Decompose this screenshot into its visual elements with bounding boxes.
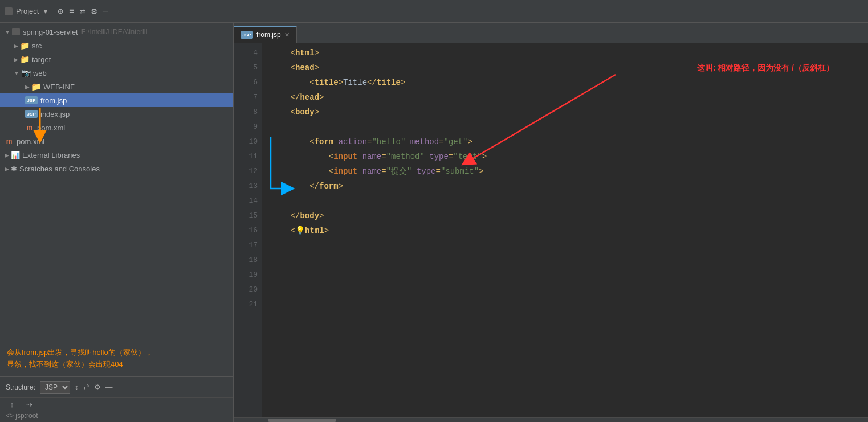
tree-area: ▼ spring-01-servlet E:\IntelliJ IDEA\Int…: [0, 23, 233, 341]
scratches-arrow: ▶: [5, 166, 9, 172]
settings-icon[interactable]: ⚙: [91, 6, 97, 17]
ext-libs-arrow: ▶: [5, 152, 9, 158]
target-label: target: [32, 55, 51, 64]
annotation-text: 会从from.jsp出发，寻找叫hello的（家伙）， 显然，找不到这（家伙）会…: [7, 347, 226, 371]
webinf-arrow: ▶: [25, 84, 30, 90]
tree-root[interactable]: ▼ spring-01-servlet E:\IntelliJ IDEA\Int…: [0, 25, 233, 39]
structure-filter-icon[interactable]: ⇄: [83, 383, 89, 391]
project-folder-icon: [12, 28, 20, 35]
struct-btn-nav[interactable]: ⇢: [23, 399, 35, 411]
sidebar: ▼ spring-01-servlet E:\IntelliJ IDEA\Int…: [0, 23, 234, 422]
code-line-4: <html>: [271, 46, 859, 60]
structure-header: Structure: JSP ↕ ⇄ ⚙ —: [0, 377, 233, 398]
target-folder-icon: 📁: [20, 55, 30, 64]
index-jsp-icon: JSP: [25, 110, 38, 118]
title-project-label: Project: [16, 7, 39, 15]
web-arrow: ▼: [14, 70, 19, 76]
sidebar-item-scratches[interactable]: ▶ ✱ Scratches and Consoles: [0, 162, 233, 175]
minimize-icon[interactable]: —: [103, 6, 108, 17]
code-line-10: <form action="hello" method="get">: [271, 134, 859, 149]
code-line-12: <input name="提交" type="submit">: [271, 164, 859, 179]
tab-close-btn[interactable]: ✕: [284, 31, 290, 39]
ext-libs-label: External Libraries: [22, 151, 80, 159]
tab-label: from.jsp: [256, 31, 281, 39]
web-label: web: [33, 69, 47, 77]
webinf-label: WEB-INF: [43, 83, 75, 91]
scratches-label: Scratches and Consoles: [19, 165, 100, 173]
root-arrow: ▼: [5, 29, 10, 35]
src-label: src: [32, 42, 42, 50]
structure-gear-icon[interactable]: ⚙: [94, 383, 101, 391]
pom-root-icon: m: [5, 137, 14, 146]
sidebar-item-pom-inner[interactable]: m pom.xml: [0, 121, 233, 134]
sidebar-item-ext-libs[interactable]: ▶ 📊 External Libraries: [0, 148, 233, 162]
pom-root-label: pom.xml: [17, 137, 44, 146]
webinf-folder-icon: 📁: [31, 82, 41, 91]
code-line-7: </head>: [271, 90, 859, 105]
layout-icon[interactable]: ≡: [69, 6, 75, 17]
code-line-13: </form>: [271, 179, 859, 194]
structure-panel: Structure: JSP ↕ ⇄ ⚙ — ↕ ⇢ <> jsp:root: [0, 376, 233, 422]
code-line-18: [271, 253, 859, 268]
title-dropdown-arrow[interactable]: ▼: [42, 8, 48, 15]
title-bar: Project ▼ ⊕ ≡ ⇄ ⚙ —: [0, 0, 868, 23]
structure-body: ↕ ⇢: [0, 398, 233, 412]
sidebar-item-src[interactable]: ▶ 📁 src: [0, 39, 233, 52]
title-bar-left: Project ▼: [5, 7, 48, 15]
struct-btn-sort[interactable]: ↕: [6, 399, 18, 411]
from-jsp-label: from.jsp: [40, 96, 67, 105]
sidebar-item-index-jsp[interactable]: JSP index.jsp: [0, 107, 233, 121]
pom-inner-icon: m: [25, 123, 34, 132]
structure-bottom-item: <> jsp:root: [0, 412, 233, 422]
index-jsp-label: index.jsp: [40, 110, 70, 118]
code-line-14: [271, 194, 859, 208]
code-line-8: <body>: [271, 105, 859, 120]
code-line-15: </body>: [271, 208, 859, 223]
from-jsp-icon: JSP: [25, 96, 38, 104]
sidebar-item-webinf[interactable]: ▶ 📁 WEB-INF: [0, 80, 233, 93]
sidebar-item-target[interactable]: ▶ 📁 target: [0, 52, 233, 66]
add-icon[interactable]: ⊕: [58, 6, 63, 17]
root-label: spring-01-servlet: [23, 28, 78, 36]
ext-libs-icon: 📊: [11, 151, 20, 159]
project-icon: [5, 7, 13, 15]
code-line-17: [271, 238, 859, 253]
line-numbers: 4 5 6 7 8 9 10 11 12 13 14 15 16 17 18 1…: [234, 43, 262, 417]
scratches-icon: ✱: [11, 165, 17, 173]
scrollbar-h[interactable]: [234, 417, 868, 422]
code-line-20: [271, 282, 859, 297]
tab-from-jsp[interactable]: JSP from.jsp ✕: [234, 26, 297, 43]
target-arrow: ▶: [14, 56, 18, 63]
sidebar-item-web[interactable]: ▼ 📷 web: [0, 66, 233, 80]
structure-mode-select[interactable]: JSP: [40, 381, 70, 394]
code-line-19: [271, 268, 859, 282]
sidebar-item-pom-root[interactable]: m pom.xml: [0, 134, 233, 148]
structure-sort-icon[interactable]: ↕: [75, 383, 79, 391]
structure-label: Structure:: [6, 383, 35, 391]
code-lines: <html> <head> <title>Title</title> </hea…: [262, 43, 868, 417]
code-line-5: <head>: [271, 60, 859, 75]
pom-inner-label: pom.xml: [37, 124, 65, 132]
main-area: ▼ spring-01-servlet E:\IntelliJ IDEA\Int…: [0, 23, 868, 422]
sidebar-item-from-jsp[interactable]: JSP from.jsp: [0, 93, 233, 107]
src-folder-icon: 📁: [20, 41, 30, 50]
code-line-9: [271, 120, 859, 134]
code-line-6: <title>Title</title>: [271, 75, 859, 90]
editor-content[interactable]: 4 5 6 7 8 9 10 11 12 13 14 15 16 17 18 1…: [234, 43, 868, 417]
tab-jsp-icon: JSP: [241, 31, 253, 39]
sync-icon[interactable]: ⇄: [80, 6, 86, 17]
src-arrow: ▶: [14, 43, 18, 49]
code-line-11: <input name="method" type="text">: [271, 149, 859, 164]
annotation-area: 会从from.jsp出发，寻找叫hello的（家伙）， 显然，找不到这（家伙）会…: [0, 341, 233, 376]
web-folder-icon: 📷: [21, 68, 31, 77]
structure-close-icon[interactable]: —: [105, 383, 113, 391]
tab-bar: JSP from.jsp ✕: [234, 23, 868, 43]
code-line-16: <💡html>: [271, 223, 859, 238]
editor-area: JSP from.jsp ✕ 4 5 6 7 8 9 10 11 12 13 1…: [234, 23, 868, 422]
title-bar-icons: ⊕ ≡ ⇄ ⚙ —: [58, 6, 108, 17]
root-path: E:\IntelliJ IDEA\InterllI: [81, 28, 148, 36]
